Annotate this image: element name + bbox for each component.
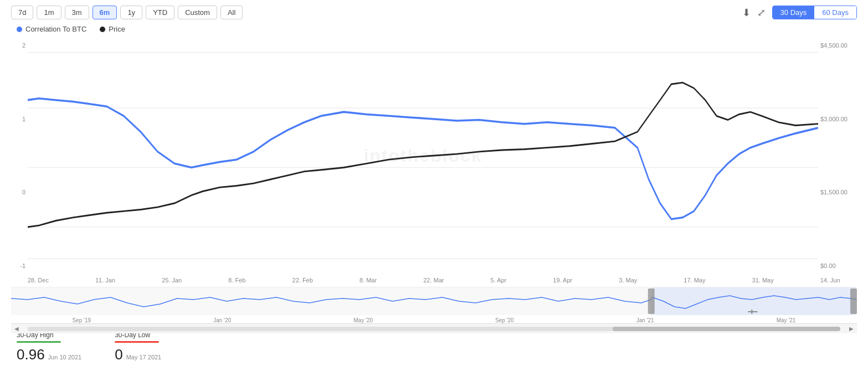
filter-3m[interactable]: 3m: [65, 6, 89, 19]
price-line: [28, 83, 818, 227]
top-bar: 7d 1m 3m 6m 1y YTD Custom All ⬇ ⤢ 30 Day…: [11, 6, 857, 19]
stat-high-date: Jun 10 2021: [48, 354, 82, 360]
price-label-0: $0.00: [820, 262, 836, 269]
stat-low-value: 0: [115, 346, 122, 363]
x-label-2: 25. Jan: [162, 277, 182, 284]
chart-wrapper: 2 1 0 -1 intotheblock: [11, 37, 857, 324]
filter-ytd[interactable]: YTD: [146, 6, 174, 19]
correlation-dot: [17, 27, 22, 32]
day-toggle: 30 Days 60 Days: [772, 6, 857, 19]
x-label-12: 14. Jun: [820, 277, 840, 284]
filter-custom[interactable]: Custom: [178, 6, 217, 19]
stat-high-value: 0.96: [17, 346, 45, 363]
svg-rect-8: [850, 288, 857, 314]
x-label-9: 3. May: [619, 277, 637, 284]
stat-30day-low: 30-Day Low 0 May 17 2021: [115, 331, 161, 363]
stat-high-bar: [17, 341, 61, 343]
filter-1m[interactable]: 1m: [37, 6, 61, 19]
main-chart-svg: [28, 37, 818, 275]
right-controls: ⬇ ⤢ 30 Days 60 Days: [742, 6, 857, 19]
30-days-button[interactable]: 30 Days: [773, 6, 815, 19]
mini-x-sep20: Sep '20: [495, 317, 514, 323]
stat-30day-high: 30-Day High 0.96 Jun 10 2021: [17, 331, 81, 363]
x-label-3: 8. Feb: [228, 277, 245, 284]
download-button[interactable]: ⬇: [742, 7, 751, 19]
filter-1y[interactable]: 1y: [120, 6, 142, 19]
x-label-5: 8. Mar: [359, 277, 377, 284]
x-label-6: 22. Mar: [423, 277, 444, 284]
x-label-0: 28. Dec: [28, 277, 49, 284]
mini-x-may21: May '21: [777, 317, 796, 323]
mini-chart-container: Sep '19 Jan '20 May '20 Sep '20 Jan '21 …: [11, 287, 857, 324]
legend-price: Price: [100, 25, 125, 33]
x-label-7: 5. Apr: [491, 277, 507, 284]
correlation-label: Correlation To BTC: [25, 25, 86, 33]
scroll-right-arrow[interactable]: ▶: [846, 326, 857, 332]
main-chart-area: 2 1 0 -1 intotheblock: [11, 37, 857, 275]
y-label-neg1: -1: [20, 262, 25, 269]
scroll-left-arrow[interactable]: ◀: [11, 326, 22, 332]
x-label-1: 11. Jan: [95, 277, 115, 284]
price-label: Price: [109, 25, 125, 33]
y-label-2: 2: [22, 42, 25, 49]
60-days-button[interactable]: 60 Days: [814, 6, 856, 19]
time-filters: 7d 1m 3m 6m 1y YTD Custom All: [11, 6, 243, 19]
main-container: 7d 1m 3m 6m 1y YTD Custom All ⬇ ⤢ 30 Day…: [0, 0, 868, 371]
x-axis: 28. Dec 11. Jan 25. Jan 8. Feb 22. Feb 8…: [11, 275, 857, 285]
price-label-4500: $4,500.00: [820, 42, 848, 49]
x-label-8: 19. Apr: [553, 277, 572, 284]
mini-x-may20: May '20: [353, 317, 373, 323]
mini-chart-svg: [11, 287, 857, 315]
price-label-3000: $3,000.00: [820, 116, 848, 122]
y-label-1: 1: [22, 116, 25, 122]
mini-x-sep19: Sep '19: [73, 317, 91, 323]
mini-x-jan21: Jan '21: [636, 317, 654, 323]
svg-rect-7: [648, 288, 655, 314]
legend-correlation: Correlation To BTC: [17, 25, 86, 33]
scroll-track: [28, 327, 840, 331]
chart-svg-container: intotheblock: [28, 37, 818, 275]
y-axis-left: 2 1 0 -1: [11, 37, 28, 275]
x-label-4: 22. Feb: [292, 277, 313, 284]
x-label-10: 17. May: [684, 277, 705, 284]
expand-button[interactable]: ⤢: [757, 7, 766, 19]
mini-x-jan20: Jan '20: [213, 317, 231, 323]
filter-7d[interactable]: 7d: [11, 6, 33, 19]
price-label-1500: $1,500.00: [820, 189, 848, 195]
legend: Correlation To BTC Price: [17, 25, 857, 33]
correlation-line: [28, 99, 818, 219]
filter-6m[interactable]: 6m: [93, 6, 117, 19]
y-axis-right: $4,500.00 $3,000.00 $1,500.00 $0.00: [818, 37, 857, 275]
stat-low-bar: [115, 341, 159, 343]
stat-low-date: May 17 2021: [126, 354, 162, 360]
scrollbar[interactable]: ◀ ▶: [11, 323, 857, 333]
price-dot: [100, 27, 105, 32]
svg-rect-6: [651, 287, 856, 315]
filter-all[interactable]: All: [220, 6, 243, 19]
y-label-0: 0: [22, 189, 25, 195]
scroll-thumb[interactable]: [613, 327, 840, 331]
x-label-11: 31. May: [752, 277, 774, 284]
